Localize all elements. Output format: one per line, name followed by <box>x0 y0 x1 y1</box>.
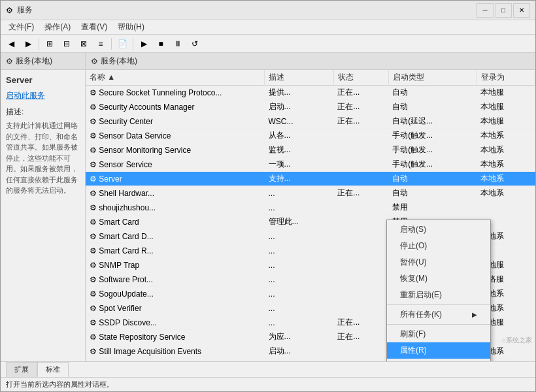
pause-btn[interactable]: ⏸ <box>170 37 186 51</box>
cell-status <box>333 129 388 143</box>
cell-name: ⚙ Sensor Data Service <box>86 129 265 143</box>
stop-btn[interactable]: ■ <box>153 37 169 51</box>
view-btn-3[interactable]: ⊠ <box>76 37 92 51</box>
table-row[interactable]: ⚙ Security Center WSC... 正在... 自动(延迟... … <box>86 114 535 129</box>
table-row[interactable]: ⚙ Sensor Data Service 从各... 手动(触发... 本地系 <box>86 129 535 143</box>
col-name[interactable]: 名称 ▲ <box>86 70 265 86</box>
context-menu-item-7[interactable]: 属性(R) <box>387 342 490 359</box>
close-button[interactable]: ✕ <box>513 3 530 18</box>
title-bar-left: ⚙ 服务 <box>6 5 33 16</box>
cell-desc: 支持... <box>265 172 334 186</box>
cell-name: ⚙ Sensor Monitoring Service <box>86 143 265 157</box>
cell-status <box>333 201 388 215</box>
cell-login: 本地系 <box>477 157 535 172</box>
menu-help[interactable]: 帮助(H) <box>112 20 150 34</box>
cell-login: 本地系 <box>477 129 535 143</box>
cell-desc: ... <box>265 258 334 272</box>
start-btn[interactable]: ▶ <box>136 37 152 51</box>
cell-startup: 自动 <box>388 172 477 186</box>
table-row[interactable]: ⚙ Security Accounts Manager 启动... 正在... … <box>86 100 535 114</box>
export-btn[interactable]: 📄 <box>114 37 130 51</box>
table-row[interactable]: ⚙ Sensor Service 一项... 手动(触发... 本地系 <box>86 157 535 172</box>
tab-expand[interactable]: 扩展 <box>6 362 37 377</box>
context-menu-separator <box>387 304 490 305</box>
table-row[interactable]: ⚙ Shell Hardwar... ... 正在... 自动 本地系 <box>86 186 535 201</box>
col-desc[interactable]: 描述 <box>265 70 334 86</box>
cell-status: 正在... <box>333 186 388 201</box>
cell-desc: 一项... <box>265 157 334 172</box>
cell-status <box>333 229 388 244</box>
cell-desc: 启动... <box>265 100 334 114</box>
cell-name: ⚙ SSDP Discove... <box>86 316 265 330</box>
back-button[interactable]: ◀ <box>3 37 19 51</box>
cell-status <box>333 258 388 272</box>
cell-name: ⚙ Security Center <box>86 114 265 129</box>
cell-desc: WSC... <box>265 114 334 129</box>
cell-startup: 自动 <box>388 86 477 100</box>
cell-name: ⚙ Smart Card R... <box>86 244 265 258</box>
cell-name: ⚙ Security Accounts Manager <box>86 100 265 114</box>
menu-view[interactable]: 查看(V) <box>76 20 112 34</box>
sidebar-header-text: 服务(本地) <box>16 56 52 67</box>
view-btn-4[interactable]: ≡ <box>93 37 109 51</box>
view-btn-1[interactable]: ⊞ <box>42 37 58 51</box>
cell-startup: 手动(触发... <box>388 157 477 172</box>
context-menu-item-5[interactable]: 所有任务(K)▶ <box>387 306 490 323</box>
bottom-area: 扩展 标准 打开当前所选内容的属性对话框。 <box>1 361 535 391</box>
sidebar: ⚙ 服务(本地) Server 启动此服务 描述: 支持此计算机通过网络的文件、… <box>1 53 86 361</box>
cell-desc: ... <box>265 272 334 287</box>
minimize-button[interactable]: ─ <box>477 3 494 18</box>
context-menu-item-0[interactable]: 启动(S) <box>387 221 490 238</box>
cell-login <box>477 201 535 215</box>
cell-desc: 为应... <box>265 330 334 344</box>
cell-status <box>333 301 388 316</box>
cell-login: 本地服 <box>477 114 535 129</box>
forward-button[interactable]: ▶ <box>20 37 36 51</box>
menu-action[interactable]: 操作(A) <box>39 20 76 34</box>
cell-startup: 自动 <box>388 186 477 201</box>
toolbar-separator-1 <box>39 38 39 50</box>
table-row[interactable]: ⚙ Secure Socket Tunneling Protoco... 提供.… <box>86 86 535 100</box>
col-login[interactable]: 登录为 <box>477 70 535 86</box>
cell-name: ⚙ Sensor Service <box>86 157 265 172</box>
cell-startup: 自动 <box>388 100 477 114</box>
cell-status: 正在... <box>333 114 388 129</box>
content-header-icon: ⚙ <box>91 57 98 66</box>
cell-desc: ... <box>265 316 334 330</box>
menu-file[interactable]: 文件(F) <box>3 20 39 34</box>
cell-status <box>333 157 388 172</box>
toolbar-separator-2 <box>111 38 112 50</box>
cell-desc: ... <box>265 301 334 316</box>
view-btn-2[interactable]: ⊟ <box>59 37 75 51</box>
col-status[interactable]: 状态 <box>333 70 388 86</box>
maximize-button[interactable]: □ <box>495 3 512 18</box>
restart-btn[interactable]: ↺ <box>187 37 203 51</box>
tab-standard[interactable]: 标准 <box>37 362 69 377</box>
col-startup[interactable]: 启动类型 <box>388 70 477 86</box>
context-menu-item-1[interactable]: 停止(O) <box>387 238 490 254</box>
cell-status <box>333 272 388 287</box>
context-menu-item-2[interactable]: 暂停(U) <box>387 254 490 270</box>
cell-status <box>333 172 388 186</box>
context-menu-item-8[interactable]: 帮助(H) <box>387 359 490 361</box>
cell-name: ⚙ State Repository Service <box>86 330 265 344</box>
context-menu-item-4[interactable]: 重新启动(E) <box>387 287 490 303</box>
cell-status <box>333 143 388 157</box>
cell-desc: 管理此... <box>265 215 334 229</box>
sidebar-start-link[interactable]: 启动此服务 <box>6 90 80 101</box>
cell-name: ⚙ Server <box>86 172 265 186</box>
cell-desc: ... <box>265 244 334 258</box>
cell-desc: ... <box>265 201 334 215</box>
table-row[interactable]: ⚙ shoujizhushou... ... 禁用 <box>86 201 535 215</box>
table-row[interactable]: ⚙ Sensor Monitoring Service 监视... 手动(触发.… <box>86 143 535 157</box>
cell-name: ⚙ shoujizhushou... <box>86 201 265 215</box>
context-menu: 启动(S)停止(O)暂停(U)恢复(M)重新启动(E)所有任务(K)▶刷新(F)… <box>386 220 491 361</box>
window-icon: ⚙ <box>6 6 13 15</box>
context-menu-item-6[interactable]: 刷新(F) <box>387 326 490 342</box>
cell-desc: ... <box>265 186 334 201</box>
table-row[interactable]: ⚙ Server 支持... 自动 本地系 <box>86 172 535 186</box>
title-bar: ⚙ 服务 ─ □ ✕ <box>1 1 535 20</box>
context-menu-item-3[interactable]: 恢复(M) <box>387 270 490 287</box>
status-text: 打开当前所选内容的属性对话框。 <box>6 380 114 389</box>
watermark: ⌂系统之家 <box>502 336 532 345</box>
